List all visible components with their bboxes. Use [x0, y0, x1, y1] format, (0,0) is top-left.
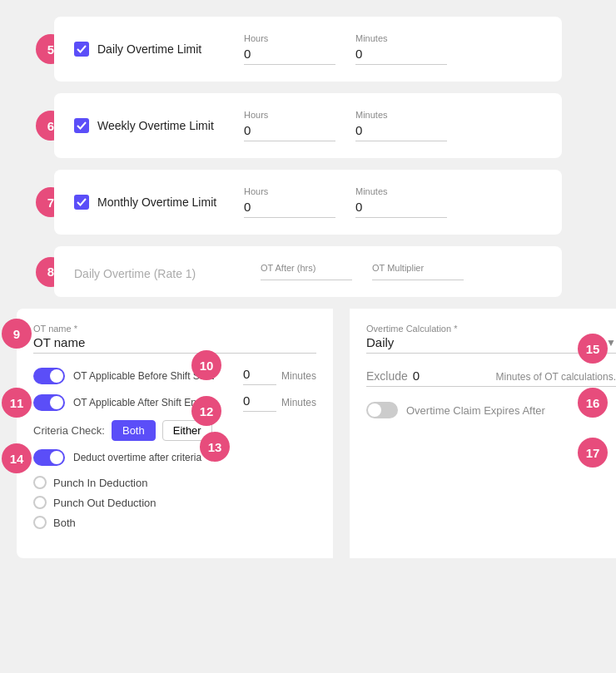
radio-both-circle[interactable]	[33, 516, 47, 529]
daily-hours-value[interactable]: 0	[244, 47, 335, 65]
ot-before-shift-toggle[interactable]	[33, 368, 65, 384]
weekly-hours-group: Hours 0	[244, 110, 335, 141]
step-17-badge: 17	[578, 438, 608, 468]
toggle2-row: OT Applicable After Shift End 0 Minutes	[33, 393, 316, 412]
exclude-row: Exclude 0 Minutes of OT calculations.	[366, 369, 616, 387]
radio-punch-out-circle[interactable]	[33, 496, 47, 509]
radio-punch-out-label: Punch Out Deduction	[53, 497, 156, 509]
weekly-minutes-value[interactable]: 0	[355, 123, 447, 141]
daily-minutes-group: Minutes 0	[355, 33, 447, 65]
toggle1-minutes-val[interactable]: 0	[243, 367, 276, 385]
radio-punch-in-label: Punch In Deduction	[53, 477, 147, 489]
page-wrapper: 5 Daily Overtime Limit Hours 0 Minutes	[0, 0, 616, 575]
ot-multiplier-group: OT Multiplier	[372, 263, 464, 280]
toggle2-minutes-unit: Minutes	[281, 397, 316, 408]
step-12-badge: 12	[191, 396, 221, 426]
deduct-label: Deduct overtime after criteria	[73, 452, 316, 463]
step-16-badge: 16	[578, 388, 608, 418]
ot-after-group: OT After (hrs)	[261, 263, 352, 280]
daily-minutes-label: Minutes	[355, 33, 447, 43]
weekly-minutes-group: Minutes 0	[355, 110, 447, 141]
daily-overtime-checkbox-label[interactable]: Daily Overtime Limit	[74, 42, 224, 57]
daily-overtime-checkbox[interactable]	[74, 42, 89, 57]
radio-punch-out[interactable]: Punch Out Deduction	[33, 496, 316, 509]
weekly-overtime-checkbox[interactable]	[74, 118, 89, 133]
bottom-section: 9 10 11 12 13 14 OT name * OT name OT Ap…	[17, 309, 599, 558]
monthly-hours-group: Hours 0	[244, 186, 335, 218]
rate-label: Daily Overtime (Rate 1)	[74, 267, 241, 280]
monthly-overtime-label: Monthly Overtime Limit	[97, 195, 216, 209]
monthly-overtime-checkbox[interactable]	[74, 195, 89, 210]
weekly-overtime-checkbox-label[interactable]: Weekly Overtime Limit	[74, 118, 224, 133]
step-11-badge: 11	[2, 388, 32, 418]
ot-after-label: OT After (hrs)	[261, 263, 352, 273]
ot-multiplier-label: OT Multiplier	[372, 263, 464, 273]
step-10-badge: 10	[191, 350, 221, 380]
cards-section: 5 Daily Overtime Limit Hours 0 Minutes	[8, 17, 608, 297]
radio-punch-in[interactable]: Punch In Deduction	[33, 476, 316, 489]
step-14-badge: 14	[2, 443, 32, 473]
expires-label: Overtime Claim Expires After	[406, 404, 545, 417]
deduct-toggle-row: Deduct overtime after criteria	[33, 449, 316, 466]
weekly-minutes-label: Minutes	[355, 110, 447, 120]
ot-calc-label: Overtime Calculation *	[366, 324, 616, 334]
daily-hours-label: Hours	[244, 33, 335, 43]
expires-toggle[interactable]	[366, 402, 398, 418]
criteria-row: Criteria Check: Both Either	[33, 420, 316, 441]
exclude-label: Exclude	[366, 369, 408, 383]
daily-hours-group: Hours 0	[244, 33, 335, 65]
radio-both[interactable]: Both	[33, 516, 316, 529]
ot-calc-value: Daily	[366, 335, 394, 349]
radio-both-label: Both	[53, 517, 76, 529]
weekly-hours-label: Hours	[244, 110, 335, 120]
step-9-badge: 9	[2, 319, 32, 349]
daily-overtime-label: Daily Overtime Limit	[97, 42, 201, 56]
criteria-label: Criteria Check:	[33, 424, 105, 437]
deduct-overtime-toggle[interactable]	[33, 449, 65, 466]
toggle1-row: OT Applicable Before Shift Start 0 Minut…	[33, 367, 316, 385]
weekly-overtime-label: Weekly Overtime Limit	[97, 119, 214, 132]
daily-minutes-value[interactable]: 0	[355, 47, 447, 65]
toggle1-minutes-input: 0 Minutes	[243, 367, 316, 385]
bottom-left-panel: OT name * OT name OT Applicable Before S…	[17, 309, 333, 558]
step-13-badge: 13	[200, 432, 230, 462]
radio-punch-in-circle[interactable]	[33, 476, 47, 489]
monthly-overtime-checkbox-label[interactable]: Monthly Overtime Limit	[74, 195, 224, 210]
ot-name-label: OT name *	[33, 324, 316, 334]
toggle1-minutes-unit: Minutes	[281, 370, 316, 382]
criteria-both-button[interactable]: Both	[112, 420, 156, 441]
exclude-value[interactable]: 0	[413, 369, 420, 383]
ot-after-value[interactable]	[261, 276, 352, 280]
bottom-right-panel: Overtime Calculation * Daily ▼ Exclude 0…	[350, 309, 616, 558]
step-15-badge: 15	[578, 334, 608, 364]
ot-name-value[interactable]: OT name	[33, 335, 316, 354]
weekly-hours-value[interactable]: 0	[244, 123, 335, 141]
monthly-minutes-label: Minutes	[355, 186, 447, 196]
monthly-minutes-value[interactable]: 0	[355, 200, 447, 218]
toggle2-minutes-input: 0 Minutes	[243, 393, 316, 412]
ot-after-shift-toggle[interactable]	[33, 394, 65, 411]
monthly-hours-value[interactable]: 0	[244, 200, 335, 218]
toggle2-minutes-val[interactable]: 0	[243, 393, 276, 412]
monthly-hours-label: Hours	[244, 186, 335, 196]
exclude-unit: Minutes of OT calculations.	[495, 371, 616, 383]
ot-multiplier-value[interactable]	[372, 276, 464, 280]
monthly-minutes-group: Minutes 0	[355, 186, 447, 218]
